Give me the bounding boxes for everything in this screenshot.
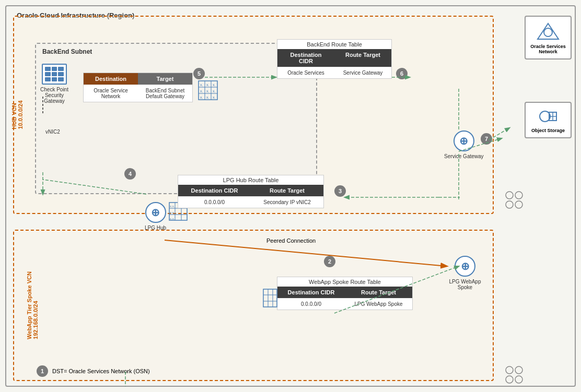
svg-line-48 bbox=[489, 128, 509, 140]
svg-line-55 bbox=[334, 266, 459, 313]
svg-line-51 bbox=[43, 180, 146, 194]
svg-line-53 bbox=[165, 240, 447, 266]
svg-line-47 bbox=[459, 138, 502, 151]
arrows-svg bbox=[0, 0, 581, 392]
diagram-container: Oracle Cloud Infrastructure (Region) HUB… bbox=[0, 0, 581, 392]
